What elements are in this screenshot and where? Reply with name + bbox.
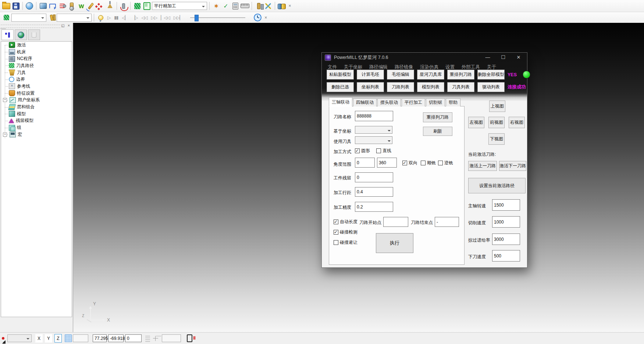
curve-editor-icon[interactable] xyxy=(86,1,95,10)
tab-saw[interactable]: 切割锯 xyxy=(426,98,445,106)
simulation-speed-slider[interactable] xyxy=(190,14,245,21)
tree-item-tools[interactable]: 刀具 xyxy=(1,69,72,76)
coord-list-button[interactable]: 坐标列表 xyxy=(357,82,384,92)
status-combobox[interactable] xyxy=(7,334,32,342)
open-project-icon[interactable] xyxy=(2,1,11,10)
rearrange-toolpaths-button[interactable]: 重排列刀路 xyxy=(447,70,474,80)
tab-3axis[interactable]: 三轴联动 xyxy=(329,97,352,107)
step-forward-icon[interactable]: ▕▷ xyxy=(130,15,139,20)
measure-icon[interactable] xyxy=(241,1,249,10)
axis-x-button[interactable]: X xyxy=(35,334,43,343)
execute-button[interactable]: 执行 xyxy=(376,233,413,253)
cutting-feed-input[interactable]: 1000 xyxy=(492,216,520,228)
spark-tool-icon[interactable]: ✶ xyxy=(212,1,221,10)
paste-new-model-button[interactable]: 粘贴新模型 xyxy=(327,70,354,80)
feed-rate-icon[interactable] xyxy=(119,1,128,10)
tab-4axis[interactable]: 四轴联动 xyxy=(353,98,377,106)
tab-swivel-head[interactable]: 摆头联动 xyxy=(377,98,401,106)
conventional-mill-checkbox[interactable]: 逆铣 xyxy=(438,160,453,166)
climb-mill-checkbox[interactable]: 顺铣 xyxy=(421,160,436,166)
skip-start-icon[interactable]: ▏◁◁ xyxy=(159,15,171,20)
expand-icon[interactable]: + xyxy=(3,133,7,137)
menu-about[interactable]: 关于 xyxy=(487,64,496,70)
sim-tool-combobox[interactable] xyxy=(57,14,92,22)
coordinate-z-field[interactable]: 0 xyxy=(125,334,142,342)
panel-gripper[interactable] xyxy=(1,25,60,28)
menu-about-coords[interactable]: 关于坐标 xyxy=(344,64,362,70)
slider-handle[interactable] xyxy=(195,15,199,21)
view-left-button[interactable]: 左视图 xyxy=(468,117,484,128)
calc-block-button[interactable]: 计算毛坯 xyxy=(357,70,384,80)
view-right-button[interactable]: 右视图 xyxy=(509,117,525,128)
render-shaded-icon[interactable] xyxy=(25,1,34,10)
block-icon[interactable] xyxy=(39,1,47,10)
start-point-input[interactable] xyxy=(383,217,408,227)
axis-y-button[interactable]: Y xyxy=(45,334,52,343)
dialog-titlebar[interactable]: PowerMILL 忆梦星河 7.0.6 xyxy=(322,53,527,62)
tree-item-macros[interactable]: +宏 xyxy=(1,131,72,138)
tab-web[interactable] xyxy=(15,29,27,40)
menu-path-mirror[interactable]: 路径镜像 xyxy=(395,64,413,70)
calculator-icon[interactable] xyxy=(231,1,240,10)
tool-database-icon[interactable] xyxy=(254,1,263,10)
angle-from-input[interactable]: 0 xyxy=(355,158,375,168)
minimize-button[interactable]: — xyxy=(482,54,493,61)
fast-forward-icon[interactable]: ▷▷ xyxy=(150,15,159,20)
pause-device-icon[interactable] xyxy=(187,334,192,342)
view-bottom-button[interactable]: 下视图 xyxy=(488,133,505,145)
coordinate-y-field[interactable]: -69.918 xyxy=(108,334,124,342)
menu-path-edit[interactable]: 路径编辑 xyxy=(369,64,388,70)
base-coord-select[interactable] xyxy=(355,126,392,134)
tree-item-toolpaths[interactable]: 刀具路径 xyxy=(1,62,72,69)
spindle-speed-input[interactable]: 1500 xyxy=(492,199,520,211)
tree-item-patterns[interactable]: ✕参考线 xyxy=(1,83,72,90)
coordinate-x-field[interactable]: 77.2951 xyxy=(93,334,107,342)
rearrange-button[interactable]: 重排列刀路 xyxy=(423,112,452,122)
tree-item-machine[interactable]: 机床 xyxy=(1,49,72,56)
toolbar-close-icon[interactable]: × xyxy=(287,3,293,8)
tree-item-models[interactable]: 模型 xyxy=(1,110,72,117)
stepover-input[interactable]: 0.4 xyxy=(355,187,393,197)
tree-item-boundaries[interactable]: 边界 xyxy=(1,76,72,83)
menu-render-sim[interactable]: 渲染仿真 xyxy=(420,64,438,70)
drive-list-button[interactable]: 驱动列表 xyxy=(477,82,505,92)
mode-line-checkbox[interactable]: 直线 xyxy=(376,148,391,154)
panel-close-icon[interactable]: × xyxy=(66,23,71,28)
refresh-button[interactable]: 刷新 xyxy=(423,127,452,136)
active-strategy-icon[interactable] xyxy=(142,1,151,10)
use-tool-select[interactable] xyxy=(355,136,392,144)
view-front-button[interactable]: 前视图 xyxy=(488,117,505,128)
leads-links-icon[interactable]: W xyxy=(77,1,86,10)
plunge-feed-input[interactable]: 500 xyxy=(492,250,520,261)
tree-item-workplanes[interactable]: +用户坐标系 xyxy=(1,97,72,104)
lightbulb-icon[interactable] xyxy=(96,13,105,22)
set-active-path-button[interactable]: 设置当前激活路径 xyxy=(468,178,526,193)
save-project-icon[interactable] xyxy=(11,1,20,10)
jump-to-point-icon[interactable] xyxy=(153,336,158,341)
pause-icon[interactable]: ▮▮ xyxy=(113,15,120,20)
tree-item-stock-models[interactable]: 残留模型 xyxy=(1,117,72,124)
collision-check-checkbox[interactable]: 碰撞检测 xyxy=(334,229,357,235)
menu-file[interactable]: 文件 xyxy=(328,64,337,70)
toolpath-strategy-icon[interactable] xyxy=(48,1,57,10)
tab-help[interactable]: 帮助 xyxy=(446,98,460,106)
xyz-readout-icon[interactable] xyxy=(145,336,150,342)
tool-list-button[interactable]: 刀具列表 xyxy=(447,82,474,92)
ball-tool-icon[interactable] xyxy=(67,1,76,10)
tool-holder-icon[interactable] xyxy=(106,1,114,10)
toolpath-name-input[interactable]: 888888 xyxy=(355,111,393,121)
stock-models-icon[interactable] xyxy=(277,1,286,10)
skim-feed-input[interactable]: 3000 xyxy=(492,234,520,245)
step-back-icon[interactable]: ◁▏ xyxy=(120,15,129,20)
expand-icon[interactable]: + xyxy=(3,98,7,102)
skip-end-icon[interactable]: ▷▷▏ xyxy=(172,15,184,20)
delete-selected-button[interactable]: 删除已选 xyxy=(327,82,354,92)
activate-next-toolpath-button[interactable]: 激活下一刀路 xyxy=(499,161,526,171)
stock-remain-input[interactable]: 0 xyxy=(355,172,393,182)
sim-toolbar-close-icon[interactable]: × xyxy=(263,15,269,20)
sim-toolpath-combobox[interactable] xyxy=(11,14,46,22)
menu-settings[interactable]: 设置 xyxy=(445,64,455,70)
play-icon[interactable]: ▷ xyxy=(106,15,112,20)
start-points-icon[interactable] xyxy=(96,1,105,10)
mode-circle-checkbox[interactable]: 圆形 xyxy=(355,148,370,154)
